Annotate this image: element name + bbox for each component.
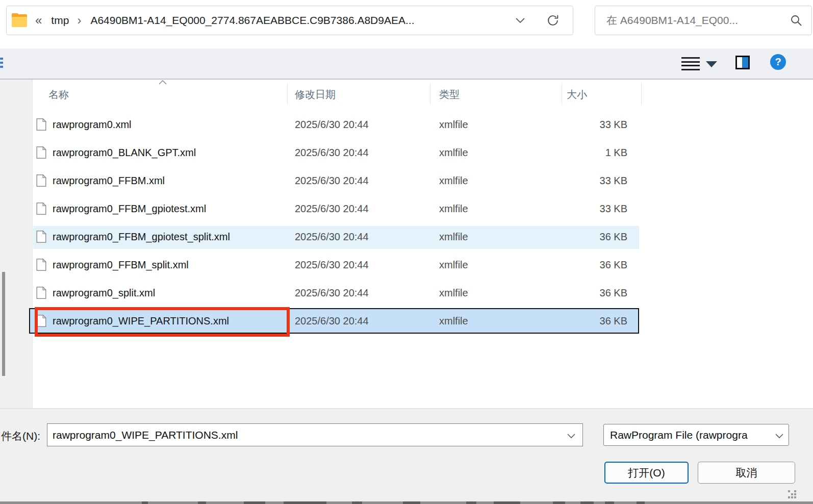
breadcrumb-separator-icon: › bbox=[77, 14, 81, 27]
file-row[interactable]: rawprogram0_FFBM.xml 2025/6/30 20:44 xml… bbox=[33, 167, 813, 195]
chevron-down-icon bbox=[775, 434, 783, 439]
filename-label: 件名(N): bbox=[1, 429, 40, 443]
file-row[interactable]: rawprogram0_BLANK_GPT.xml 2025/6/30 20:4… bbox=[33, 139, 813, 167]
chevron-down-icon[interactable] bbox=[567, 434, 575, 439]
filename-combobox[interactable] bbox=[47, 423, 583, 446]
cancel-button[interactable]: 取消 bbox=[698, 462, 795, 484]
filetype-select[interactable]: RawProgram File (rawprogra bbox=[603, 424, 789, 446]
dialog-footer: 件名(N): RawProgram File (rawprogra 打开(O) … bbox=[0, 408, 813, 501]
folder-icon bbox=[12, 14, 27, 27]
file-icon bbox=[36, 314, 46, 327]
file-icon bbox=[36, 118, 46, 131]
file-icon bbox=[36, 286, 46, 299]
column-header-size[interactable]: 大小 bbox=[567, 88, 587, 102]
scrollbar-thumb[interactable] bbox=[2, 272, 5, 376]
address-bar[interactable]: « tmp › A6490BM1-A14_EQ000_2774.867AEABB… bbox=[6, 6, 573, 35]
file-icon bbox=[36, 230, 46, 243]
breadcrumb-current-folder[interactable]: A6490BM1-A14_EQ000_2774.867AEABBCE.C9B73… bbox=[90, 14, 414, 27]
preview-pane-icon bbox=[742, 57, 748, 68]
refresh-icon bbox=[546, 14, 560, 27]
breadcrumb-collapse-chevrons[interactable]: « bbox=[35, 14, 42, 27]
open-button[interactable]: 打开(O) bbox=[604, 462, 689, 484]
filename-input[interactable] bbox=[47, 429, 565, 441]
preview-pane-button[interactable] bbox=[735, 56, 750, 69]
search-icon[interactable] bbox=[790, 14, 802, 27]
sort-ascending-icon bbox=[159, 80, 167, 85]
resize-grip[interactable] bbox=[788, 490, 790, 492]
view-mode-button[interactable] bbox=[681, 56, 700, 71]
dropdown-triangle-icon[interactable] bbox=[706, 61, 717, 67]
column-header-row: 名称 修改日期 类型 大小 bbox=[33, 80, 813, 108]
open-file-dialog: « tmp › A6490BM1-A14_EQ000_2774.867AEABB… bbox=[0, 0, 813, 504]
list-view-icon bbox=[681, 57, 700, 59]
file-row-highlighted[interactable]: rawprogram0_FFBM_gpiotest_split.xml 2025… bbox=[33, 223, 813, 251]
column-header-type[interactable]: 类型 bbox=[439, 88, 460, 102]
file-row[interactable]: rawprogram0_FFBM_split.xml 2025/6/30 20:… bbox=[33, 251, 813, 280]
file-row[interactable]: rawprogram0_split.xml 2025/6/30 20:44 xm… bbox=[33, 280, 813, 308]
background-window-strip bbox=[0, 501, 813, 504]
clipped-toolbar-icon bbox=[0, 56, 3, 71]
file-icon bbox=[36, 174, 46, 187]
help-button[interactable]: ? bbox=[770, 54, 786, 70]
breadcrumb-item-tmp[interactable]: tmp bbox=[51, 14, 69, 27]
search-box[interactable] bbox=[595, 6, 812, 35]
file-row[interactable]: rawprogram0_FFBM_gpiotest.xml 2025/6/30 … bbox=[33, 195, 813, 223]
address-dropdown-button[interactable] bbox=[513, 15, 528, 27]
column-header-name[interactable]: 名称 bbox=[48, 88, 69, 102]
file-icon bbox=[36, 146, 46, 159]
file-row-selected[interactable]: rawprogram0_WIPE_PARTITIONS.xml 2025/6/3… bbox=[33, 308, 813, 336]
filetype-value: RawProgram File (rawprogra bbox=[604, 429, 774, 441]
file-icon bbox=[36, 202, 46, 215]
chevron-down-icon bbox=[516, 18, 525, 23]
column-header-date[interactable]: 修改日期 bbox=[295, 88, 336, 102]
file-list: 名称 修改日期 类型 大小 rawprogram0.xml 2025/6/30 … bbox=[33, 80, 813, 408]
file-icon bbox=[36, 258, 46, 271]
search-input[interactable] bbox=[595, 14, 787, 27]
left-gutter bbox=[0, 80, 33, 408]
refresh-button[interactable] bbox=[546, 14, 560, 27]
dialog-toolbar: ? bbox=[0, 48, 813, 80]
file-row[interactable]: rawprogram0.xml 2025/6/30 20:44 xmlfile … bbox=[33, 111, 813, 139]
